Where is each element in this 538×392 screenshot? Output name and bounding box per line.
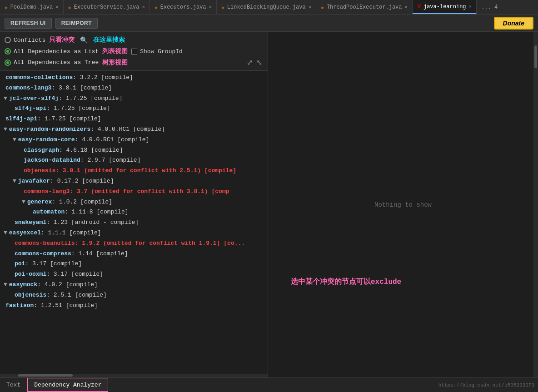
tab-java-icon2: ☕	[68, 4, 71, 10]
expand-buttons: ⤢ ⤡	[246, 58, 263, 67]
tab-thread-pool-executor-label: ThreadPoolExecutor.java	[327, 4, 402, 10]
conflicts-radio[interactable]: Conflicts	[5, 37, 45, 44]
tab-pool-demo-label: PoolDemo.java	[10, 4, 53, 10]
all-deps-list-label: All Dependencies as List	[14, 48, 99, 55]
status-bar: https://blog.csdn.net/u505283073	[438, 382, 538, 388]
list-item[interactable]: commons-lang3 : 3.8.1 [compile]	[0, 83, 268, 94]
list-item[interactable]: automaton : 1.11-8 [compile]	[0, 207, 268, 218]
tab-executors-label: Executors.java	[160, 4, 206, 10]
tab-java-icon: ☕	[5, 4, 8, 10]
toolbar: REFRESH UI REIMPORT Donate	[0, 15, 538, 32]
reimport-button[interactable]: REIMPORT	[55, 18, 98, 29]
list-item[interactable]: commons-lang3 : 3.7 (omitted for conflic…	[0, 187, 268, 197]
tree-view-annotation: 树形视图	[102, 59, 128, 67]
controls-panel: Conflicts 只看冲突 🔍 在这里搜索 All Dependencies …	[0, 32, 268, 71]
all-deps-list-radio[interactable]: All Dependencies as List	[5, 48, 99, 55]
all-deps-tree-radio[interactable]: All Dependencies as Tree	[5, 59, 99, 66]
h-scrollbar-thumb	[18, 374, 73, 377]
tab-linked-blocking-queue-label: LinkedBlockingQueue.java	[227, 4, 306, 10]
tab-java-learning-label: java-learning	[423, 4, 466, 10]
vertical-scrollbar[interactable]	[533, 32, 538, 377]
show-groupid-checkbox[interactable]: Show GroupId	[131, 48, 183, 55]
main-area: Conflicts 只看冲突 🔍 在这里搜索 All Dependencies …	[0, 32, 538, 377]
expand-all-button[interactable]: ⤢	[246, 58, 254, 67]
bottom-bar: Text Dependency Analyzer https://blog.cs…	[0, 377, 538, 392]
bottom-tab-text-label: Text	[6, 382, 20, 388]
donate-button[interactable]: Donate	[494, 17, 533, 30]
right-panel: Nothing to show 选中某个冲突的节点可以exclude	[268, 32, 538, 377]
show-groupid-label: Show GroupId	[140, 48, 183, 55]
list-item[interactable]: fastison : 1.2.51 [compile]	[0, 301, 268, 311]
all-deps-tree-radio-circle	[5, 60, 11, 66]
tab-bar: ☕ PoolDemo.java × ☕ ExecutorService.java…	[0, 0, 538, 15]
list-item[interactable]: ▼ javafaker : 0.17.2 [compile]	[0, 176, 268, 187]
list-item[interactable]: ▼ easymock : 4.0.2 [compile]	[0, 280, 268, 290]
show-groupid-checkbox-box	[131, 49, 137, 55]
list-item[interactable]: ▼ easy-random-randomizers : 4.0.0.RC1 [c…	[0, 124, 268, 135]
all-deps-tree-label: All Dependencies as Tree	[14, 59, 99, 66]
all-deps-list-radio-circle	[5, 48, 11, 55]
bottom-tab-text[interactable]: Text	[0, 378, 27, 392]
v-scrollbar-thumb	[534, 45, 537, 68]
search-button[interactable]: 🔍	[78, 35, 90, 45]
list-item[interactable]: poi : 3.17 [compile]	[0, 259, 268, 269]
list-item[interactable]: poi-ooxml : 3.17 [compile]	[0, 269, 268, 280]
list-item[interactable]: classgraph : 4.6.18 [compile]	[0, 145, 268, 156]
bottom-tab-dep-analyzer-label: Dependency Analyzer	[34, 382, 101, 388]
refresh-ui-button[interactable]: REFRESH UI	[5, 18, 52, 29]
list-item[interactable]: ▼ easyexcel : 1.1.1 [compile]	[0, 228, 268, 238]
conflicts-label: Conflicts	[14, 37, 45, 44]
list-item[interactable]: commons-collections : 3.2.2 [compile]	[0, 73, 268, 83]
tab-linked-blocking-queue-close[interactable]: ×	[309, 5, 312, 10]
nothing-to-show-label: Nothing to show	[374, 201, 432, 208]
tab-thread-pool-executor[interactable]: ☕ ThreadPoolExecutor.java ×	[316, 0, 413, 14]
tab-pool-demo-close[interactable]: ×	[55, 5, 59, 10]
list-view-annotation: 列表视图	[102, 47, 128, 55]
status-url: https://blog.csdn.net/u505283073	[438, 382, 534, 388]
conflicts-radio-circle	[5, 37, 11, 43]
list-item[interactable]: ▼ jcl-over-slf4j : 1.7.25 [compile]	[0, 94, 268, 104]
tab-linked-blocking-queue[interactable]: ☕ LinkedBlockingQueue.java ×	[217, 0, 316, 14]
list-item[interactable]: slf4j-api : 1.7.25 [compile]	[0, 104, 268, 114]
tab-v-icon: V	[417, 3, 421, 10]
list-item[interactable]: snakeyaml : 1.23 [android - compile]	[0, 218, 268, 228]
list-item[interactable]: jackson-databind : 2.9.7 [compile]	[0, 155, 268, 166]
conflicts-annotation: 只看冲突	[49, 36, 75, 44]
bottom-tab-dependency-analyzer[interactable]: Dependency Analyzer	[27, 378, 108, 392]
exclude-annotation: 选中某个冲突的节点可以exclude	[291, 277, 401, 287]
tab-pool-demo[interactable]: ☕ PoolDemo.java ×	[0, 0, 64, 14]
tab-java-icon4: ☕	[221, 4, 224, 10]
search-annotation: 在这里搜索	[93, 36, 125, 44]
tab-executors[interactable]: ☕ Executors.java ×	[150, 0, 217, 14]
left-panel: Conflicts 只看冲突 🔍 在这里搜索 All Dependencies …	[0, 32, 268, 377]
tab-java-learning-close[interactable]: ×	[469, 4, 472, 10]
list-item[interactable]: commons-compress : 1.14 [compile]	[0, 249, 268, 259]
list-item[interactable]: objenesis : 2.5.1 [compile]	[0, 290, 268, 301]
tab-executor-service-label: ExecutorService.java	[74, 4, 139, 10]
tab-more[interactable]: ... 4	[477, 4, 502, 10]
tab-executor-service-close[interactable]: ×	[142, 5, 145, 10]
list-item[interactable]: slf4j-api : 1.7.25 [compile]	[0, 114, 268, 124]
tab-executor-service[interactable]: ☕ ExecutorService.java ×	[64, 0, 150, 14]
tab-thread-pool-executor-close[interactable]: ×	[405, 5, 408, 10]
collapse-all-button[interactable]: ⤡	[255, 58, 263, 67]
tab-java-learning[interactable]: V java-learning ×	[413, 0, 477, 14]
tab-java-icon3: ☕	[154, 4, 158, 10]
list-item[interactable]: ▼ generex : 1.0.2 [compile]	[0, 197, 268, 208]
list-item[interactable]: ▼ easy-random-core : 4.0.0.RC1 [compile]	[0, 135, 268, 145]
horizontal-scrollbar[interactable]	[0, 374, 268, 377]
list-item[interactable]: commons-beanutils : 1.9.2 (omitted for c…	[0, 238, 268, 249]
dependency-tree[interactable]: commons-collections : 3.2.2 [compile] co…	[0, 71, 268, 374]
list-item[interactable]: objenesis : 3.0.1 (omitted for conflict …	[0, 166, 268, 176]
tab-executors-close[interactable]: ×	[209, 5, 212, 10]
tab-java-icon5: ☕	[321, 4, 324, 10]
